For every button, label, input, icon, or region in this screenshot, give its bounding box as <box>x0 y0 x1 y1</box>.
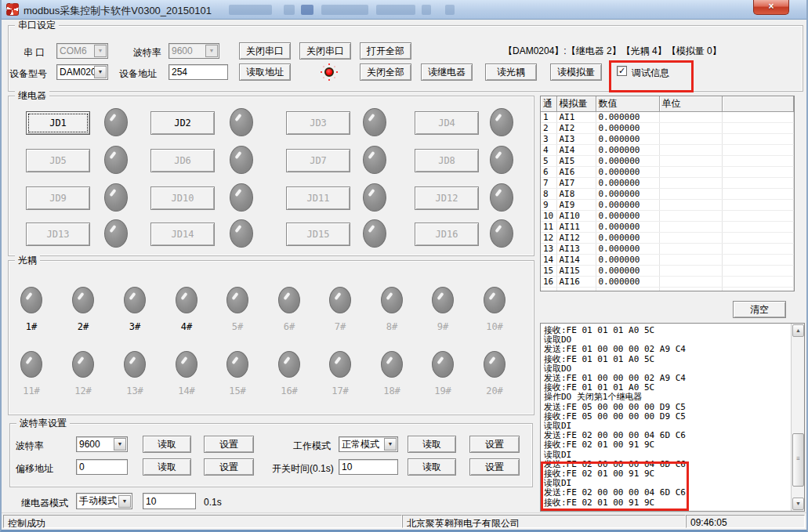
opto-group-title: 光耦 <box>15 255 40 266</box>
title-bar[interactable]: modbus采集控制卡软件V0300_20150101 × <box>2 0 806 20</box>
work-mode-read-button[interactable]: 读取 <box>408 436 456 453</box>
table-cell: 0.000000 <box>596 178 659 189</box>
table-row[interactable]: 14AI140.000000 <box>541 255 794 266</box>
table-row[interactable]: 11AI110.000000 <box>541 222 794 233</box>
table-cell: 11 <box>541 222 556 233</box>
opto-channel-label: 7# <box>323 321 357 332</box>
table-cell: 7 <box>541 178 556 189</box>
offset-set-button[interactable]: 设置 <box>204 458 254 476</box>
log-scrollbar[interactable]: ▲ ≡ ▼ <box>791 324 804 511</box>
relay-mode-combo[interactable]: 手动模式 ▼ <box>76 493 132 509</box>
table-cell <box>722 266 794 277</box>
log-line: 发送:FE 05 00 00 00 00 D9 C5 <box>544 403 790 412</box>
titlebar-glass-artifact <box>321 5 368 15</box>
table-row[interactable]: 7AI70.000000 <box>541 178 794 189</box>
table-cell <box>659 145 722 156</box>
work-mode-set-button[interactable]: 设置 <box>469 436 520 453</box>
table-row[interactable]: 2AI20.000000 <box>541 123 794 134</box>
switch-time-read-button[interactable]: 读取 <box>408 458 456 476</box>
baud-read-button[interactable]: 读取 <box>143 436 191 453</box>
switch-time-set-button[interactable]: 设置 <box>469 458 520 476</box>
relay-knob-icon <box>363 108 386 136</box>
open-all-button[interactable]: 打开全部 <box>360 42 411 60</box>
chevron-down-icon[interactable]: ▼ <box>384 438 397 451</box>
table-row[interactable]: 12AI120.000000 <box>541 233 794 244</box>
table-cell: 0.000000 <box>596 222 659 233</box>
status-message: 控制成功 <box>3 515 402 528</box>
relay-knob-icon <box>104 219 128 248</box>
chevron-down-icon[interactable]: ▼ <box>114 438 126 451</box>
close-button[interactable]: × <box>753 0 789 15</box>
clear-button[interactable]: 清空 <box>733 301 786 318</box>
baud-combo[interactable]: 9600 ▼ <box>168 43 219 59</box>
table-cell: 9 <box>541 200 556 211</box>
read-relay-button[interactable]: 读继电器 <box>421 63 473 81</box>
table-cell <box>722 178 794 189</box>
table-row[interactable]: 5AI50.000000 <box>541 156 794 167</box>
relay-knob-icon <box>363 219 386 248</box>
scrollbar-thumb[interactable]: ≡ <box>792 433 804 487</box>
table-row[interactable]: 13AI130.000000 <box>541 244 794 255</box>
analog-table[interactable]: 通模拟量数值单位 1AI10.000000 2AI20.000000 3AI30… <box>540 96 795 291</box>
debug-info-checkbox[interactable]: ✓ <box>617 66 627 76</box>
table-cell <box>722 145 794 156</box>
close-serial-button-1[interactable]: 关闭串口 <box>239 42 291 60</box>
relay-button-jd6: JD6 <box>150 149 215 172</box>
table-cell: 0.000000 <box>596 255 659 266</box>
baud2-combo[interactable]: 9600 ▼ <box>76 436 128 452</box>
table-row[interactable]: 6AI60.000000 <box>541 167 794 178</box>
read-analog-button[interactable]: 读模拟量 <box>550 63 602 81</box>
table-cell <box>722 277 794 288</box>
relay-button-jd2[interactable]: JD2 <box>150 111 215 135</box>
read-opto-button[interactable]: 读光耦 <box>485 63 537 81</box>
chevron-down-icon[interactable]: ▼ <box>205 45 218 57</box>
opto-knob-icon <box>124 351 146 378</box>
table-cell <box>722 211 794 222</box>
chevron-down-icon[interactable]: ▼ <box>94 45 107 57</box>
table-row[interactable]: 15AI150.000000 <box>541 266 794 277</box>
table-row[interactable]: 4AI40.000000 <box>541 145 794 156</box>
work-mode-combo[interactable]: 正常模式 ▼ <box>339 436 398 452</box>
table-cell <box>541 288 556 292</box>
table-row[interactable]: 10AI100.000000 <box>541 211 794 222</box>
opto-channel-label: 3# <box>118 321 152 332</box>
table-row[interactable]: 16AI160.000000 <box>541 277 794 288</box>
baud-set-button[interactable]: 设置 <box>204 436 254 453</box>
relay-mode-time-input[interactable] <box>143 493 196 509</box>
table-row[interactable]: 8AI80.000000 <box>541 189 794 200</box>
relay-knob-icon <box>104 108 128 136</box>
table-row[interactable]: 3AI30.000000 <box>541 134 794 145</box>
scroll-down-icon[interactable]: ▼ <box>792 498 804 510</box>
table-row[interactable]: 1AI10.000000 <box>541 112 794 123</box>
switch-time-label: 开关时间(0.1s) <box>272 462 334 476</box>
read-addr-button[interactable]: 读取地址 <box>239 63 291 81</box>
offset-read-button[interactable]: 读取 <box>143 458 191 476</box>
relay-button-jd1[interactable]: JD1 <box>26 111 90 135</box>
scroll-up-icon[interactable]: ▲ <box>792 324 804 337</box>
device-model-combo[interactable]: DAM0204 ▼ <box>56 64 108 80</box>
table-cell <box>659 112 722 123</box>
debug-log-panel[interactable]: 接收:FE 01 01 01 A0 5C读取DO发送:FE 01 00 00 0… <box>540 323 805 512</box>
opto-knob-icon <box>432 351 454 378</box>
offset-addr-input[interactable] <box>76 459 128 475</box>
relay-mode-label: 继电器模式 <box>21 497 68 510</box>
switch-time-input[interactable] <box>339 459 398 475</box>
table-cell <box>659 178 722 189</box>
serial-port-combo[interactable]: COM6 ▼ <box>56 43 108 59</box>
chevron-down-icon[interactable]: ▼ <box>118 495 131 508</box>
relay-button-jd16: JD16 <box>415 223 479 246</box>
table-cell <box>722 189 794 200</box>
device-addr-input[interactable] <box>168 64 228 80</box>
table-row[interactable] <box>541 288 794 292</box>
status-bar: 控制成功 北京聚英翱翔电子有限公司 09:46:05 <box>2 512 806 530</box>
opto-channel-label: 20# <box>477 385 512 396</box>
table-cell: AI15 <box>556 266 596 277</box>
chevron-down-icon[interactable]: ▼ <box>94 66 107 78</box>
close-all-button[interactable]: 关闭全部 <box>360 63 411 81</box>
close-serial-button-2[interactable]: 关闭串口 <box>299 42 351 60</box>
table-cell: 0.000000 <box>596 266 659 277</box>
opto-channel-label: 9# <box>426 321 460 332</box>
table-row[interactable]: 9AI90.000000 <box>541 200 794 211</box>
serial-port-value: COM6 <box>57 45 94 56</box>
relay-knob-icon <box>490 183 513 212</box>
